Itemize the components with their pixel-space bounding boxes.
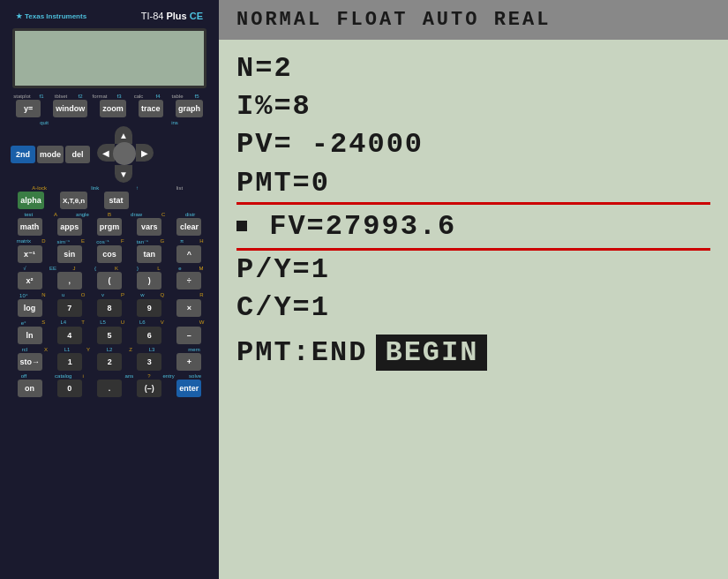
dpad-center[interactable] xyxy=(113,142,136,165)
fv-cursor xyxy=(236,221,247,231)
btn-trace[interactable]: trace xyxy=(139,100,163,117)
btn-xthn[interactable]: X,T,θ,n xyxy=(60,192,87,209)
label-ins: ins xyxy=(143,120,206,125)
calc-mini-screen xyxy=(12,28,206,88)
btn-row-10: on 0 . (–) enter xyxy=(9,380,210,397)
label-m: M xyxy=(194,266,208,271)
btn-comma[interactable]: , xyxy=(57,272,82,290)
label-pi: π xyxy=(169,238,195,244)
btn-ln[interactable]: ln xyxy=(18,327,42,344)
btn-clear[interactable]: clear xyxy=(176,218,201,236)
btn-window[interactable]: window xyxy=(53,100,87,117)
btn-prgm[interactable]: prgm xyxy=(97,218,123,236)
btn-0[interactable]: 0 xyxy=(57,380,82,397)
btn-cos[interactable]: cos xyxy=(97,245,122,263)
btn-power[interactable]: ^ xyxy=(176,245,201,263)
btn-subtract[interactable]: – xyxy=(176,327,201,344)
label-distr: distr xyxy=(172,212,208,217)
label-l1: L1 xyxy=(53,347,81,352)
btn-x-inv[interactable]: x⁻¹ xyxy=(18,245,42,263)
btn-multiply[interactable]: × xyxy=(176,299,201,317)
dpad-left[interactable]: ◀ xyxy=(97,144,115,162)
label-x2: X xyxy=(39,347,53,352)
btn-apps[interactable]: apps xyxy=(57,218,82,236)
display-row-pv: PV= -24000 xyxy=(236,129,710,160)
btn-2nd[interactable]: 2nd xyxy=(11,146,35,163)
display-row-i: I%=8 xyxy=(236,91,710,122)
fn-label-f1: f1 xyxy=(32,94,51,99)
label-l5: L5 xyxy=(90,320,116,326)
label-entry: entry xyxy=(155,373,182,379)
fn-label-statplot: statplot xyxy=(12,94,32,99)
label-ex: eˣ xyxy=(11,320,37,326)
btn-add[interactable]: + xyxy=(176,353,201,371)
fn-label-f4: f4 xyxy=(148,94,168,99)
btn-sto[interactable]: sto→ xyxy=(18,353,43,371)
btn-7[interactable]: 7 xyxy=(57,299,82,317)
btn-math[interactable]: math xyxy=(18,218,42,236)
btn-on[interactable]: on xyxy=(18,380,42,397)
btn-6[interactable]: 6 xyxy=(137,327,161,344)
dpad-up[interactable]: ▲ xyxy=(115,126,132,144)
btn-8[interactable]: 8 xyxy=(97,299,122,317)
btn-y-equals[interactable]: y= xyxy=(16,100,41,117)
btn-paren-l[interactable]: ( xyxy=(97,272,122,290)
fn-label-format: format xyxy=(90,94,109,99)
btn-9[interactable]: 9 xyxy=(137,299,161,317)
btn-3[interactable]: 3 xyxy=(137,353,161,371)
label-blank3 xyxy=(166,347,180,352)
display-area: NORMAL FLOAT AUTO REAL N=2 I%=8 PV= -240… xyxy=(219,0,728,579)
label-q: Q xyxy=(155,292,169,298)
calculator: ★ Texas Instruments TI-84 Plus CE statpl… xyxy=(0,0,219,579)
dpad-right[interactable]: ▶ xyxy=(136,144,154,162)
display-begin-box: BEGIN xyxy=(376,335,487,371)
btn-row-4: math apps prgm vars clear xyxy=(9,218,210,236)
btn-del[interactable]: del xyxy=(65,146,90,163)
ti-header: ★ Texas Instruments TI-84 Plus CE xyxy=(9,7,210,25)
btn-log[interactable]: log xyxy=(18,299,42,317)
dpad-down[interactable]: ▼ xyxy=(115,165,132,183)
screen-inner xyxy=(15,31,204,86)
btn-alpha[interactable]: alpha xyxy=(18,192,44,209)
label-list: list xyxy=(153,185,206,191)
label-k: K xyxy=(109,266,124,271)
fn-label-table: table xyxy=(168,94,187,99)
label-up-icon: ↑ xyxy=(124,185,151,191)
label-quit: quit xyxy=(12,120,76,125)
btn-vars[interactable]: vars xyxy=(137,218,161,236)
label-y2: Y xyxy=(81,347,95,352)
label-sqrt: √ xyxy=(11,266,39,271)
display-row-pmt-end: PMT:END BEGIN xyxy=(236,335,710,371)
btn-enter[interactable]: enter xyxy=(176,380,201,397)
btn-x-sq[interactable]: x² xyxy=(18,272,42,290)
btn-sin[interactable]: sin xyxy=(57,245,82,263)
btn-1[interactable]: 1 xyxy=(57,353,82,371)
display-row-py: P/Y=1 xyxy=(236,254,710,285)
label-i: i xyxy=(77,373,90,379)
label-j: J xyxy=(67,266,81,271)
label-f: F xyxy=(116,238,129,244)
btn-graph[interactable]: graph xyxy=(176,100,203,117)
label-rcl: rcl xyxy=(11,347,39,352)
label-cos1: cos⁻¹ xyxy=(90,238,116,244)
btn-tan[interactable]: tan xyxy=(137,245,161,263)
btn-neg[interactable]: (–) xyxy=(137,380,161,397)
label-g: G xyxy=(155,238,169,244)
label-ans: ans xyxy=(116,373,142,379)
label-test: test xyxy=(11,212,47,217)
btn-5[interactable]: 5 xyxy=(97,327,122,344)
btn-zoom[interactable]: zoom xyxy=(100,100,126,117)
btn-mode[interactable]: mode xyxy=(37,146,64,163)
display-content: N=2 I%=8 PV= -24000 PMT=0 FV=27993.6 P/Y… xyxy=(219,40,728,579)
btn-divide[interactable]: ÷ xyxy=(176,272,201,290)
btn-4[interactable]: 4 xyxy=(57,327,82,344)
label-draw: draw xyxy=(118,212,154,217)
dpad: ▲ ▼ ◀ ▶ xyxy=(97,126,154,183)
label-catalog: catalog xyxy=(50,373,77,379)
btn-paren-r[interactable]: ) xyxy=(137,272,161,290)
label-angle: angle xyxy=(64,212,101,217)
btn-decimal[interactable]: . xyxy=(97,380,122,397)
btn-2[interactable]: 2 xyxy=(97,353,122,371)
btn-stat[interactable]: stat xyxy=(104,192,129,209)
display-row-fv: FV=27993.6 xyxy=(236,211,710,242)
